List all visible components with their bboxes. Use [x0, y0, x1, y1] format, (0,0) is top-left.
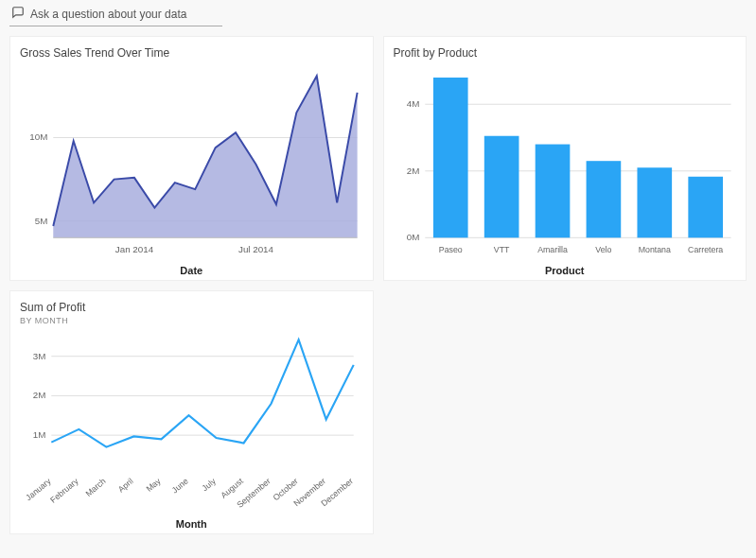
tile-profit-by-product[interactable]: Profit by Product 0M2M4MPaseoVTTAmarilla…	[383, 36, 747, 281]
svg-rect-13	[432, 78, 467, 237]
chart-sum-of-profit: 1M2M3MJanuaryFebruaryMarchAprilMayJuneJu…	[20, 329, 363, 516]
qa-placeholder: Ask a question about your data	[30, 8, 186, 21]
svg-text:3M: 3M	[33, 351, 46, 361]
svg-text:Jan 2014: Jan 2014	[115, 244, 154, 254]
dashboard: Gross Sales Trend Over Time 5M10MJan 201…	[0, 30, 756, 544]
svg-text:Carretera: Carretera	[688, 245, 723, 254]
x-axis-label: Month	[20, 518, 363, 530]
tile-title: Sum of Profit	[20, 301, 363, 314]
tile-subtitle: BY MONTH	[20, 316, 363, 325]
tile-title: Profit by Product	[394, 46, 737, 60]
svg-text:1M: 1M	[33, 429, 46, 440]
svg-text:VTT: VTT	[493, 245, 509, 254]
tile-sum-of-profit[interactable]: Sum of Profit BY MONTH 1M2M3MJanuaryFebr…	[9, 290, 374, 534]
svg-text:2M: 2M	[33, 390, 46, 400]
svg-text:Montana: Montana	[638, 245, 670, 254]
qa-input[interactable]: Ask a question about your data	[9, 6, 222, 26]
svg-text:0M: 0M	[406, 232, 419, 242]
svg-text:10M: 10M	[29, 131, 47, 142]
svg-rect-15	[483, 136, 519, 238]
svg-text:5M: 5M	[35, 216, 48, 226]
svg-rect-19	[586, 161, 621, 237]
svg-text:2M: 2M	[406, 166, 419, 176]
svg-text:February: February	[48, 476, 80, 505]
svg-text:May: May	[145, 476, 164, 494]
chat-icon	[11, 6, 25, 22]
svg-text:March: March	[84, 476, 108, 497]
svg-text:April: April	[116, 477, 135, 495]
x-axis-label: Product	[394, 265, 737, 276]
svg-text:Jul 2014: Jul 2014	[238, 244, 274, 254]
qa-bar: Ask a question about your data	[0, 0, 756, 30]
svg-rect-23	[688, 177, 723, 238]
svg-text:Velo: Velo	[595, 245, 611, 254]
x-axis-label: Date	[20, 265, 363, 276]
svg-text:June: June	[170, 476, 190, 495]
chart-profit-by-product: 0M2M4MPaseoVTTAmarillaVeloMontanaCarrete…	[394, 61, 737, 263]
tile-gross-sales[interactable]: Gross Sales Trend Over Time 5M10MJan 201…	[9, 36, 374, 281]
svg-text:4M: 4M	[406, 98, 419, 109]
svg-text:Amarilla: Amarilla	[537, 245, 568, 254]
svg-text:July: July	[200, 476, 218, 493]
svg-rect-21	[637, 167, 672, 237]
tile-title: Gross Sales Trend Over Time	[20, 46, 363, 60]
svg-rect-17	[535, 145, 570, 238]
chart-gross-sales: 5M10MJan 2014Jul 2014	[20, 61, 363, 263]
svg-text:Paseo: Paseo	[438, 245, 462, 254]
